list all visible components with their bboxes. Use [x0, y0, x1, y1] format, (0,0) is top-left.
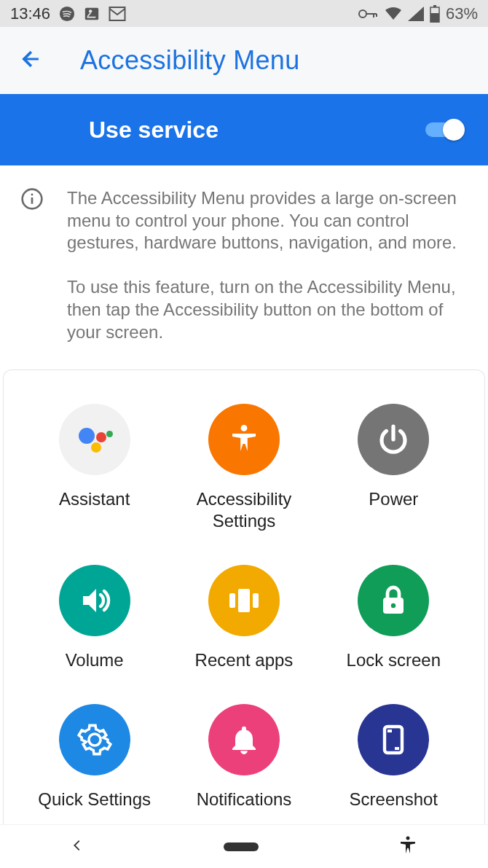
tile-screenshot-label: Screenshot: [350, 789, 438, 810]
use-service-label: Use service: [89, 117, 219, 144]
screenshot-icon: [358, 704, 429, 775]
svg-point-10: [31, 194, 34, 196]
signal-icon: [408, 7, 424, 21]
tile-accessibility-settings[interactable]: AccessibilitySettings: [169, 404, 318, 531]
accessibility-menu-preview: Assistant AccessibilitySettings Power Vo…: [3, 370, 485, 835]
svg-rect-14: [253, 593, 259, 608]
wifi-icon: [385, 7, 402, 21]
info-section: The Accessibility Menu provides a large …: [0, 165, 488, 356]
info-icon: [20, 187, 44, 356]
svg-point-11: [241, 425, 248, 431]
assistant-icon: [59, 404, 130, 475]
settings-gear-icon: [59, 704, 130, 775]
tile-screenshot[interactable]: Screenshot: [319, 704, 468, 810]
svg-rect-1: [85, 7, 98, 20]
lock-icon: [358, 565, 429, 636]
info-paragraph-1: The Accessibility Menu provides a large …: [67, 187, 463, 254]
tile-volume-label: Volume: [66, 649, 124, 670]
accessibility-icon: [208, 404, 280, 475]
svg-rect-13: [229, 593, 235, 608]
svg-point-18: [406, 836, 410, 840]
svg-rect-7: [430, 13, 439, 23]
tile-assistant-label: Assistant: [59, 488, 130, 509]
vpn-key-icon: [358, 7, 379, 20]
info-paragraph-2: To use this feature, turn on the Accessi…: [67, 276, 463, 343]
tile-assistant[interactable]: Assistant: [20, 404, 169, 531]
volume-icon: [59, 565, 130, 636]
maps-icon: [84, 6, 100, 22]
battery-percent: 63%: [446, 4, 478, 23]
tile-volume[interactable]: Volume: [20, 565, 169, 670]
tile-power[interactable]: Power: [319, 404, 468, 531]
tile-lock-screen[interactable]: Lock screen: [319, 565, 468, 670]
bell-icon: [208, 704, 280, 775]
page-title: Accessibility Menu: [80, 45, 300, 76]
power-icon: [358, 404, 429, 475]
nav-home-pill[interactable]: [224, 842, 259, 851]
back-arrow-icon[interactable]: [19, 47, 44, 74]
status-bar: 13:46 63%: [0, 0, 488, 27]
svg-rect-17: [385, 727, 402, 753]
tile-recent-apps[interactable]: Recent apps: [169, 565, 318, 670]
tile-notifications-label: Notifications: [197, 789, 292, 810]
tile-accessibility-settings-label: AccessibilitySettings: [197, 488, 292, 531]
app-header: Accessibility Menu: [0, 27, 488, 94]
tile-quick-settings[interactable]: Quick Settings: [20, 704, 169, 810]
use-service-toggle[interactable]: [422, 119, 465, 141]
tile-power-label: Power: [369, 488, 418, 509]
svg-rect-12: [238, 589, 250, 612]
tile-notifications[interactable]: Notifications: [169, 704, 318, 810]
nav-accessibility-button[interactable]: [397, 834, 419, 859]
status-time: 13:46: [10, 4, 50, 23]
svg-point-16: [391, 603, 395, 608]
svg-point-2: [89, 9, 92, 12]
recent-apps-icon: [208, 565, 280, 636]
battery-icon: [430, 5, 440, 23]
gmail-icon: [109, 6, 126, 22]
tile-lock-screen-label: Lock screen: [347, 649, 441, 670]
spotify-icon: [59, 6, 75, 22]
tile-recent-apps-label: Recent apps: [195, 649, 294, 670]
system-nav-bar: [0, 824, 488, 868]
tile-quick-settings-label: Quick Settings: [38, 789, 151, 810]
svg-point-4: [359, 10, 366, 17]
nav-back-button[interactable]: [69, 837, 85, 856]
use-service-bar[interactable]: Use service: [0, 94, 488, 165]
